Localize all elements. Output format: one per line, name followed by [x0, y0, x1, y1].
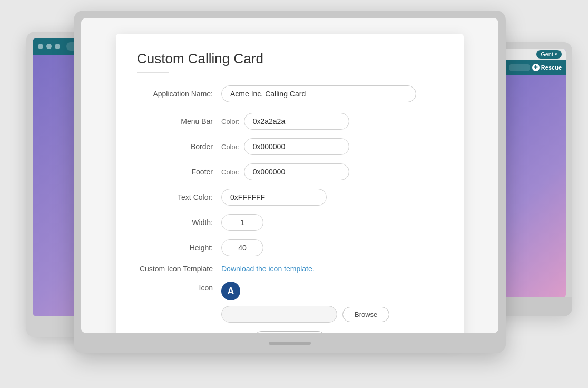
laptop-screen-area: Custom Calling Card Application Name: Me… [81, 18, 498, 333]
custom-icon-template-row: Custom Icon Template Download the icon t… [137, 265, 443, 273]
rescue-text-right: Rescue [541, 64, 562, 71]
chevron-down-icon: ▾ [555, 52, 557, 57]
text-color-label: Text Color: [137, 193, 221, 201]
border-color-input[interactable] [244, 138, 349, 155]
application-name-input[interactable] [221, 85, 416, 102]
text-color-input[interactable] [221, 189, 327, 206]
icon-row: Icon A Browse [137, 282, 443, 323]
border-label: Border [137, 142, 221, 151]
menu-bar-color-group: Color: [221, 113, 349, 130]
custom-icon-template-label: Custom Icon Template [137, 265, 221, 273]
laptop-notch-bar [269, 342, 311, 345]
width-input[interactable] [221, 214, 263, 231]
laptop-chin [74, 333, 506, 353]
icon-label: Icon [137, 282, 221, 292]
rescue-logo-right: ✚ Rescue [532, 64, 562, 71]
border-color-label: Color: [221, 143, 240, 151]
width-row: Width: [137, 214, 443, 231]
height-row: Height: [137, 239, 443, 256]
upload-button[interactable]: Upload [253, 331, 327, 333]
dot-2 [46, 44, 52, 49]
height-input[interactable] [221, 239, 263, 256]
icon-section: A Browse [221, 282, 389, 323]
browse-button[interactable]: Browse [342, 307, 389, 322]
url-bar-right [509, 64, 530, 71]
menu-bar-label: Menu Bar [137, 117, 221, 125]
dot-3 [55, 44, 60, 49]
menu-bar-color-label: Color: [221, 118, 240, 125]
footer-row: Footer Color: [137, 163, 443, 180]
modal-title: Custom Calling Card [137, 51, 443, 67]
border-color-group: Color: [221, 138, 349, 155]
file-input-row: Browse [221, 306, 389, 323]
footer-label: Footer [137, 168, 221, 176]
download-template-link[interactable]: Download the icon template. [221, 265, 315, 273]
rescue-icon-right: ✚ [532, 64, 540, 71]
agent-badge: Gent ▾ [536, 50, 562, 59]
height-label: Height: [137, 244, 221, 252]
modal: Custom Calling Card Application Name: Me… [116, 34, 464, 333]
dot-1 [38, 44, 43, 49]
screen-content: Custom Calling Card Application Name: Me… [81, 18, 498, 333]
upload-btn-row: Upload [137, 331, 443, 333]
menu-bar-color-input[interactable] [244, 113, 349, 130]
width-label: Width: [137, 218, 221, 227]
modal-divider [137, 72, 169, 73]
app-name-row: Application Name: [137, 85, 443, 102]
border-row: Border Color: [137, 138, 443, 155]
footer-color-label: Color: [221, 168, 240, 176]
icon-preview: A [221, 282, 240, 300]
footer-color-group: Color: [221, 163, 349, 180]
footer-color-input[interactable] [244, 163, 349, 180]
laptop-main: Custom Calling Card Application Name: Me… [74, 11, 506, 353]
text-color-row: Text Color: [137, 189, 443, 206]
app-name-label: Application Name: [137, 90, 221, 98]
file-path-input[interactable] [221, 306, 337, 323]
laptop-wrapper: ✚ Rescue Custom Calling Card Application… [0, 0, 588, 388]
menu-bar-row: Menu Bar Color: [137, 113, 443, 130]
